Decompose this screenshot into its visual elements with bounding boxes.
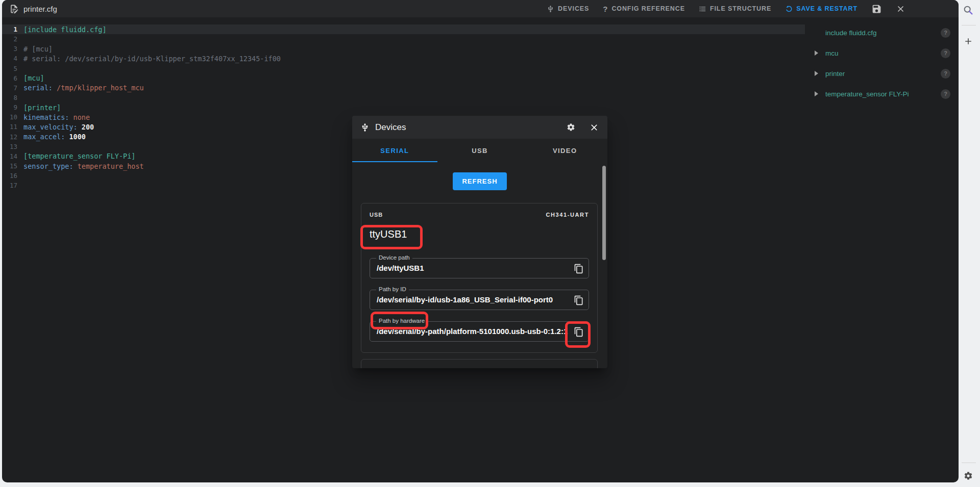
- line-number: 12: [2, 133, 17, 141]
- line-code: max_velocity: 200: [17, 123, 94, 131]
- copy-icon[interactable]: [573, 295, 584, 306]
- devices-dialog: Devices SERIALUSBVIDEO REFRESH USB CH341…: [352, 116, 607, 368]
- line-number: 6: [2, 74, 17, 82]
- line-number: 17: [2, 182, 17, 189]
- line-number: 9: [2, 104, 17, 111]
- config-tree-item-label: include fluidd.cfg: [825, 29, 877, 37]
- line-number: 5: [2, 65, 17, 72]
- help-circle-icon[interactable]: ?: [941, 69, 950, 79]
- field-value: /dev/serial/by-id/usb-1a86_USB_Serial-if…: [370, 290, 589, 310]
- help-circle-icon[interactable]: ?: [941, 28, 950, 38]
- editor-line[interactable]: 2: [2, 34, 805, 44]
- save-icon-button[interactable]: [871, 4, 882, 14]
- tab-video[interactable]: VIDEO: [522, 139, 607, 162]
- file-structure-label: FILE STRUCTURE: [710, 5, 771, 12]
- line-number: 15: [2, 162, 17, 170]
- field-value: /dev/ttyUSB1: [370, 259, 589, 278]
- config-reference-label: CONFIG REFERENCE: [611, 5, 685, 12]
- line-number: 2: [2, 35, 17, 43]
- editor-line[interactable]: 1[include fluidd.cfg]: [2, 24, 805, 34]
- device-name: ttyUSB1: [370, 227, 589, 243]
- device-fields: Device path/dev/ttyUSB1Path by ID/dev/se…: [370, 258, 589, 342]
- tab-serial[interactable]: SERIAL: [352, 139, 437, 162]
- strip-divider: [962, 463, 976, 463]
- editor-line[interactable]: 7serial: /tmp/klipper_host_mcu: [2, 83, 805, 93]
- editor-line[interactable]: 6[mcu]: [2, 73, 805, 83]
- config-tree-item-label: temperature_sensor FLY-Pi: [825, 90, 909, 98]
- device-chip-label: CH341-UART: [546, 212, 589, 218]
- line-code: [mcu]: [17, 74, 44, 82]
- code-segment: 1000: [69, 133, 86, 141]
- line-number: 10: [2, 113, 17, 121]
- config-tree-item[interactable]: printer?: [806, 63, 959, 84]
- code-segment: [include fluidd.cfg]: [23, 25, 107, 34]
- copy-icon[interactable]: [573, 326, 584, 338]
- editor-line[interactable]: 5: [2, 64, 805, 73]
- config-tree-item[interactable]: temperature_sensor FLY-Pi?: [806, 84, 959, 104]
- close-editor-button[interactable]: [896, 4, 905, 14]
- device-path-field[interactable]: Path by hardware/dev/serial/by-path/plat…: [370, 321, 589, 342]
- save-restart-button[interactable]: SAVE & RESTART: [785, 5, 857, 13]
- file-edit-icon: [9, 4, 19, 14]
- refresh-button[interactable]: REFRESH: [453, 172, 507, 190]
- line-number: 3: [2, 45, 17, 53]
- dialog-tabs: SERIALUSBVIDEO: [352, 139, 607, 162]
- add-icon[interactable]: [963, 36, 973, 46]
- field-label: Path by hardware: [376, 318, 427, 324]
- code-segment: sensor_type:: [23, 162, 74, 170]
- line-number: 14: [2, 152, 17, 160]
- expand-arrow-icon[interactable]: [815, 91, 818, 96]
- code-segment: [temperature_sensor FLY-Pi]: [23, 152, 135, 160]
- code-segment: 200: [82, 123, 94, 131]
- help-circle-icon[interactable]: ?: [941, 89, 950, 99]
- line-code: sensor_type: temperature_host: [17, 162, 144, 170]
- config-tree-item[interactable]: mcu?: [806, 43, 959, 63]
- save-restart-label: SAVE & RESTART: [796, 5, 857, 12]
- editor-line[interactable]: 3# [mcu]: [2, 44, 805, 54]
- line-code: max_accel: 1000: [17, 133, 86, 141]
- code-segment: [printer]: [23, 104, 61, 112]
- code-segment: serial:: [23, 84, 53, 92]
- dialog-settings-button[interactable]: [567, 123, 575, 132]
- editor-line[interactable]: 9[printer]: [2, 102, 805, 112]
- device-path-field[interactable]: Device path/dev/ttyUSB1: [370, 258, 589, 278]
- line-code: # serial: /dev/serial/by-id/usb-Klipper_…: [17, 55, 281, 63]
- line-number: 1: [2, 25, 17, 33]
- line-number: 8: [2, 94, 17, 101]
- line-code: [printer]: [17, 104, 61, 112]
- search-icon[interactable]: [963, 5, 974, 16]
- line-number: 16: [2, 172, 17, 180]
- line-code: serial: /tmp/klipper_host_mcu: [17, 84, 144, 92]
- devices-button[interactable]: DEVICES: [547, 5, 589, 13]
- usb-icon: [360, 123, 370, 132]
- editor-line[interactable]: 8: [2, 93, 805, 102]
- dialog-scrollbar-thumb[interactable]: [602, 166, 606, 260]
- help-circle-icon[interactable]: ?: [941, 48, 950, 58]
- code-segment: # [mcu]: [23, 45, 53, 53]
- code-segment: kinematics:: [23, 113, 69, 121]
- code-segment: max_accel:: [23, 133, 65, 141]
- expand-arrow-icon[interactable]: [815, 50, 818, 56]
- code-segment: none: [69, 113, 90, 121]
- next-device-card: [361, 359, 598, 368]
- settings-gear-icon[interactable]: [964, 471, 973, 480]
- dialog-title: Devices: [375, 122, 406, 133]
- line-code: # [mcu]: [17, 45, 53, 53]
- code-segment: [78, 123, 82, 131]
- file-structure-button[interactable]: FILE STRUCTURE: [699, 5, 771, 13]
- device-path-field[interactable]: Path by ID/dev/serial/by-id/usb-1a86_USB…: [370, 290, 589, 310]
- config-tree-item-label: mcu: [825, 49, 839, 57]
- code-segment: max_velocity:: [23, 123, 78, 131]
- copy-icon[interactable]: [573, 263, 584, 274]
- usb-icon: [547, 5, 554, 13]
- file-title-group: printer.cfg: [9, 4, 57, 14]
- dialog-close-button[interactable]: [589, 122, 599, 133]
- device-card-header: USB CH341-UART: [370, 212, 589, 218]
- tab-usb[interactable]: USB: [437, 139, 523, 162]
- help-icon: ?: [603, 5, 608, 13]
- config-reference-button[interactable]: ? CONFIG REFERENCE: [603, 5, 685, 13]
- editor-line[interactable]: 4# serial: /dev/serial/by-id/usb-Klipper…: [2, 54, 805, 63]
- config-tree-item[interactable]: include fluidd.cfg?: [806, 22, 959, 43]
- line-number: 11: [2, 123, 17, 131]
- expand-arrow-icon[interactable]: [815, 71, 818, 76]
